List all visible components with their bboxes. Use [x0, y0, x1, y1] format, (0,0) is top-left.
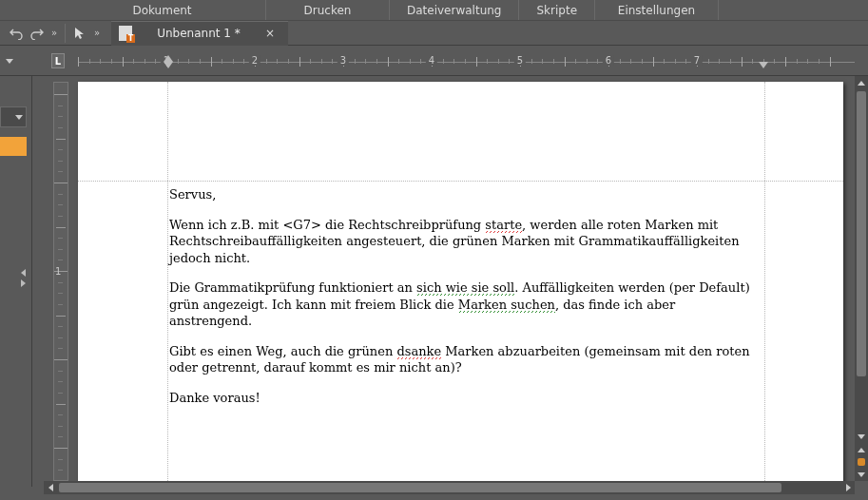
undo-icon: [10, 27, 23, 40]
cursor-tool[interactable]: [69, 23, 90, 44]
side-panel-toggle[interactable]: [21, 266, 30, 290]
page-text[interactable]: Servus, Wenn ich z.B. mit <G7> die Recht…: [169, 186, 762, 419]
menu-skripte[interactable]: Skripte: [519, 0, 595, 20]
scroll-up-button[interactable]: [855, 76, 868, 89]
document-viewport[interactable]: Servus, Wenn ich z.B. mit <G7> die Recht…: [72, 76, 855, 481]
document-icon: [119, 26, 132, 41]
margin-guide-top: [78, 181, 843, 182]
nav-marker[interactable]: [858, 458, 865, 466]
style-dropdown[interactable]: [6, 53, 19, 67]
side-style-swatch[interactable]: [0, 137, 27, 156]
menu-drucken[interactable]: Drucken: [266, 0, 390, 20]
hruler-number: 7: [691, 55, 703, 66]
page-up-button[interactable]: [855, 443, 868, 456]
margin-guide-left: [167, 82, 168, 481]
horizontal-scrollbar[interactable]: [44, 481, 855, 494]
scroll-corner: [855, 481, 868, 494]
spell-error: dsanke: [396, 344, 441, 359]
side-dropdown[interactable]: [0, 106, 27, 127]
hruler-number: 5: [514, 55, 526, 66]
hruler-margin-marker[interactable]: [164, 62, 173, 68]
cursor-icon: [74, 27, 86, 40]
vertical-ruler[interactable]: 1: [51, 76, 70, 481]
menu-dokument[interactable]: Dokument: [0, 0, 266, 20]
horizontal-ruler[interactable]: 1234567: [78, 53, 855, 70]
undo-button[interactable]: [6, 23, 27, 44]
vruler-number: 1: [55, 266, 61, 277]
scroll-right-button[interactable]: [841, 481, 855, 494]
hscroll-thumb[interactable]: [59, 483, 781, 492]
para-5: Danke voraus!: [169, 391, 260, 405]
tab-close-button[interactable]: ×: [265, 27, 275, 40]
tab-title: Unbenannt 1 *: [142, 27, 256, 40]
scroll-left-button[interactable]: [44, 481, 57, 494]
menubar: Dokument Drucken Dateiverwaltung Skripte…: [0, 0, 868, 21]
toolbar-overflow[interactable]: »: [48, 23, 61, 44]
menu-dateiverwaltung[interactable]: Dateiverwaltung: [390, 0, 519, 20]
hruler-margin-marker[interactable]: [164, 55, 173, 62]
redo-button[interactable]: [27, 23, 48, 44]
grammar-mark: Marken suchen: [458, 298, 555, 313]
hruler-number: 4: [426, 55, 437, 66]
menu-einstellungen[interactable]: Einstellungen: [595, 0, 719, 20]
page-down-button[interactable]: [855, 468, 868, 481]
redo-icon: [30, 27, 44, 40]
toolbar: » » Unbenannt 1 * ×: [0, 21, 868, 46]
ruler-row: L 1234567: [0, 46, 868, 76]
para-1: Servus,: [169, 187, 216, 202]
page: Servus, Wenn ich z.B. mit <G7> die Recht…: [78, 82, 843, 481]
side-panel: [0, 76, 32, 487]
spell-error: starte: [485, 218, 522, 233]
document-tab[interactable]: Unbenannt 1 * ×: [111, 21, 288, 46]
hruler-number: 3: [338, 55, 349, 66]
hruler-number: 6: [603, 55, 614, 66]
hruler-number: 2: [249, 55, 260, 66]
margin-guide-right: [764, 82, 765, 481]
cursor-overflow[interactable]: »: [90, 23, 104, 44]
toolbar-divider: [65, 24, 66, 43]
grammar-mark: sich wie sie soll: [416, 280, 514, 296]
vscroll-thumb[interactable]: [857, 91, 866, 376]
tab-align-button[interactable]: L: [51, 53, 65, 68]
hruler-margin-marker[interactable]: [759, 62, 768, 68]
scroll-down-button[interactable]: [855, 430, 868, 443]
vertical-scrollbar[interactable]: [855, 76, 868, 481]
